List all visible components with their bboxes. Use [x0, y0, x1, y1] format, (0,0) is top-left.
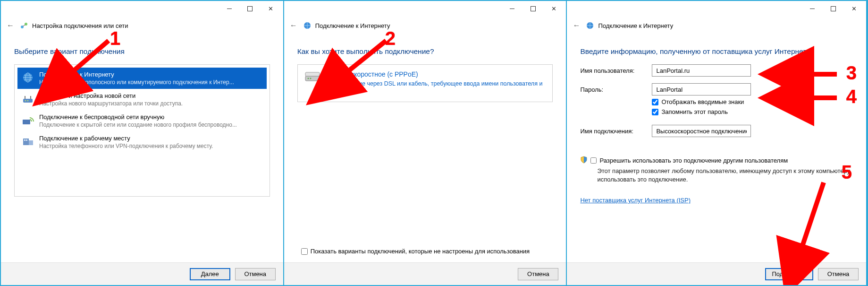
close-button[interactable] [843, 2, 864, 15]
close-button[interactable] [543, 2, 564, 15]
workplace-icon [21, 135, 34, 148]
show-unconfigured-checkbox[interactable] [301, 248, 308, 255]
svg-rect-7 [23, 120, 30, 124]
header-row: Настройка подключения или сети [1, 16, 283, 33]
option-desc: Настройка телефонного или VPN-подключени… [39, 143, 213, 149]
remember-row[interactable]: Запомнить этот пароль [652, 108, 853, 115]
content-area: Введите информацию, полученную от постав… [567, 33, 866, 262]
option-desc: Настройка нового маршрутизатора или точк… [39, 100, 183, 107]
back-arrow-icon[interactable] [571, 20, 582, 31]
show-unconfigured-label: Показать варианты подключений, которые н… [311, 248, 530, 255]
header-title: Настройка подключения или сети [32, 22, 128, 29]
share-block: Разрешить использовать это подключение д… [580, 156, 853, 183]
option-desc: Подключение через DSL или кабель, требую… [328, 80, 546, 96]
svg-rect-11 [26, 139, 27, 141]
option-wireless-manual[interactable]: Подключение к беспроводной сети вручную … [17, 110, 267, 131]
internet-connect-icon [303, 21, 312, 30]
titlebar [284, 1, 566, 16]
header-title: Подключение к Интернету [598, 22, 673, 29]
content-area: Как вы хотите выполнить подключение? Выс… [284, 33, 566, 262]
share-desc: Этот параметр позволяет любому пользоват… [597, 167, 853, 183]
maximize-button[interactable] [823, 2, 843, 15]
password-input[interactable] [652, 83, 751, 95]
option-title: Высокоскоростное (с PPPoE) [328, 70, 546, 78]
remember-checkbox[interactable] [652, 109, 658, 115]
back-arrow-icon[interactable] [288, 20, 299, 31]
section-title: Как вы хотите выполнить подключение? [297, 47, 553, 56]
content-area: Выберите вариант подключения Подключение… [1, 33, 283, 262]
next-button[interactable]: Далее [190, 268, 230, 280]
minimize-button[interactable] [219, 2, 240, 15]
show-unconfigured-row[interactable]: Показать варианты подключений, которые н… [297, 242, 553, 259]
shield-icon [580, 156, 588, 165]
remember-label: Запомнить этот пароль [661, 108, 728, 115]
svg-point-6 [27, 100, 29, 102]
svg-point-17 [310, 78, 311, 79]
password-row: Пароль: [580, 83, 853, 95]
show-chars-row[interactable]: Отображать вводимые знаки [652, 98, 853, 105]
wifi-setup-icon [21, 113, 34, 127]
option-internet-connection[interactable]: Подключение к Интернету Настройка широко… [17, 68, 267, 89]
conn-name-row: Имя подключения: [580, 125, 853, 137]
titlebar [1, 1, 283, 16]
connection-options-list: Подключение к Интернету Настройка широко… [14, 64, 270, 197]
header-row: Подключение к Интернету [284, 16, 566, 33]
option-pppoe[interactable]: Высокоскоростное (с PPPoE) Подключение ч… [297, 64, 553, 102]
section-title: Выберите вариант подключения [14, 47, 270, 56]
back-arrow-icon[interactable] [5, 20, 16, 31]
share-label: Разрешить использовать это подключение д… [599, 157, 788, 164]
cancel-button[interactable]: Отмена [235, 268, 276, 280]
option-new-network[interactable]: Создание и настройка новой сети Настройк… [17, 89, 267, 110]
option-title: Подключение к Интернету [39, 71, 234, 78]
header-row: Подключение к Интернету [567, 16, 866, 33]
password-label: Пароль: [580, 86, 646, 93]
wizard-panel-2: Подключение к Интернету Как вы хотите вы… [284, 1, 567, 285]
option-desc: Подключение к скрытой сети или создание … [39, 121, 237, 128]
titlebar [567, 1, 866, 16]
footer: Далее Отмена [1, 262, 283, 285]
show-chars-label: Отображать вводимые знаки [661, 98, 744, 105]
close-button[interactable] [261, 2, 281, 15]
share-checkbox[interactable] [590, 157, 597, 164]
show-chars-checkbox[interactable] [652, 99, 658, 105]
maximize-button[interactable] [240, 2, 261, 15]
footer: Отмена [284, 262, 566, 285]
conn-name-label: Имя подключения: [580, 128, 646, 135]
wizard-panel-1: Настройка подключения или сети Выберите … [1, 1, 284, 285]
network-setup-icon [20, 21, 28, 30]
svg-point-5 [25, 100, 26, 102]
connect-button[interactable]: Подключить [765, 268, 813, 280]
option-desc: Настройка широкополосного или коммутируе… [39, 79, 234, 86]
no-isp-link[interactable]: Нет поставщика услуг Интернета (ISP) [580, 197, 853, 204]
minimize-button[interactable] [802, 2, 823, 15]
option-title: Подключение к рабочему месту [39, 135, 213, 142]
wizard-panel-3: Подключение к Интернету Введите информац… [567, 1, 867, 285]
option-title: Создание и настройка новой сети [39, 92, 183, 99]
username-row: Имя пользователя: [580, 64, 853, 77]
internet-connect-icon [586, 21, 594, 30]
username-input[interactable] [652, 64, 751, 77]
globe-icon [21, 71, 34, 84]
header-title: Подключение к Интернету [315, 22, 390, 29]
username-label: Имя пользователя: [580, 67, 646, 74]
conn-name-input[interactable] [652, 125, 751, 137]
svg-rect-10 [24, 139, 25, 141]
credentials-form: Имя пользователя: Пароль: Отображать вво… [580, 64, 853, 204]
cancel-button[interactable]: Отмена [818, 268, 859, 280]
cancel-button[interactable]: Отмена [518, 268, 558, 280]
option-title: Подключение к беспроводной сети вручную [39, 113, 237, 121]
svg-rect-14 [305, 76, 320, 81]
svg-rect-9 [29, 140, 33, 145]
router-icon [21, 92, 34, 105]
minimize-button[interactable] [502, 2, 522, 15]
svg-rect-15 [305, 72, 320, 76]
maximize-button[interactable] [522, 2, 543, 15]
option-workplace[interactable]: Подключение к рабочему месту Настройка т… [17, 131, 267, 153]
svg-point-16 [307, 78, 309, 79]
section-title: Введите информацию, полученную от постав… [580, 47, 853, 56]
footer: Подключить Отмена [567, 262, 866, 285]
modem-icon [304, 70, 321, 84]
